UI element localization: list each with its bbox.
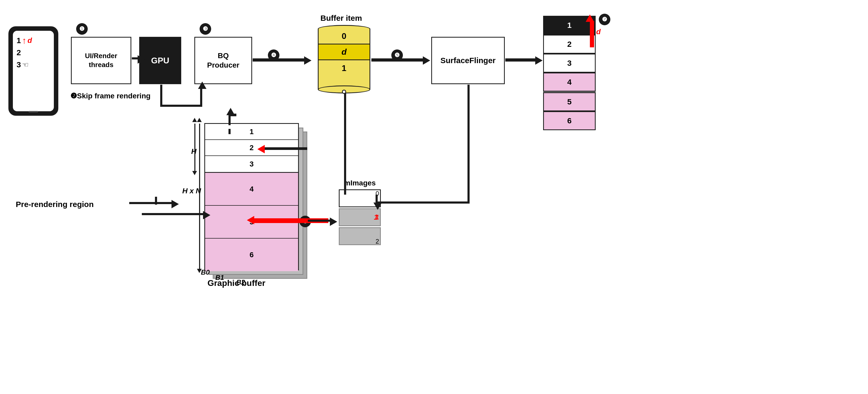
mimage-2 <box>339 227 381 245</box>
mimage-label-0: 0 <box>376 190 433 197</box>
phone-home-bar <box>29 111 38 112</box>
gpu-label: GPU <box>151 56 169 65</box>
phone-num-2: 2 <box>17 48 21 57</box>
gb-row-1: 1 <box>205 124 298 140</box>
h-label: H <box>191 147 196 156</box>
sf-row-3: 3 <box>543 54 596 73</box>
arrowhead-ui-gpu <box>137 55 145 64</box>
gpu-box: GPU <box>139 37 181 84</box>
sf-row-6: 6 <box>543 111 596 130</box>
sf-row-2: 2 <box>543 35 596 54</box>
mimage-label-1: 1 <box>376 214 433 221</box>
diagram: 1 ↑ d 2 3 ☜ ❶ UI/Renderthreads GPU ❷Skip… <box>0 0 868 394</box>
gb-row-6: 6 <box>205 238 298 271</box>
arrow-sf-down-v <box>467 85 470 203</box>
b0-label: B0 <box>201 268 210 276</box>
arrowhead-mimages-gb-red <box>247 216 254 224</box>
mimages-container: mImages 1 0 1 2 <box>331 179 389 267</box>
gb-row-4: 4 <box>205 173 298 206</box>
hxn-label: H x N <box>182 187 201 195</box>
buffer-cell-1: 1 <box>318 60 370 76</box>
arrowhead-b2-bq <box>226 108 235 115</box>
buffer-cell-d: d <box>318 45 370 60</box>
surface-flinger-box: SurfaceFlinger <box>431 37 505 84</box>
pre-rendering-label: Pre-rendering region <box>16 200 94 209</box>
arrow-buffer-down-dot <box>344 192 346 194</box>
pre-render-arrowhead-1 <box>172 200 179 208</box>
arrowhead-sf-mimage <box>373 202 382 210</box>
pre-render-arrow-h2 <box>142 213 205 215</box>
arrow-skip-h <box>160 105 202 107</box>
arrowhead-gb-mimages <box>330 218 337 226</box>
step-3-circle: ❸ <box>199 23 211 35</box>
mimage-label-2: 2 <box>376 238 433 245</box>
h-arrowhead-up <box>192 118 197 122</box>
arrow-sf-down-v2 <box>376 195 378 203</box>
buffer-item-container: 0 d 1 <box>318 25 370 93</box>
buffer-item-title: Buffer item <box>320 14 362 23</box>
bq-producer-label: BQProducer <box>207 51 240 70</box>
phone-arrow-up: ↑ <box>22 36 27 45</box>
arrow-7-red-v <box>590 21 594 47</box>
mimages-title: mImages <box>331 179 389 187</box>
h-arrowhead-down <box>192 171 197 175</box>
arrowhead-buffer-sf <box>423 56 430 65</box>
sf-row-5: 5 <box>543 92 596 111</box>
arrow-gb-mimages-h <box>308 220 332 222</box>
arrowhead-7-red-up <box>586 15 594 22</box>
hxn-arrow-v <box>199 123 200 270</box>
sf-output-container: 1 2 3 4 5 6 <box>543 16 596 130</box>
ui-render-box: UI/Renderthreads <box>71 37 131 84</box>
phone-d-label: d <box>28 36 32 45</box>
hand-icon: ☜ <box>22 60 29 69</box>
phone-device: 1 ↑ d 2 3 ☜ <box>8 26 58 116</box>
surface-flinger-label: SurfaceFlinger <box>440 56 496 65</box>
d-label-sf: d <box>596 28 601 36</box>
arrow-sf-output <box>505 58 537 61</box>
arrow-skip-v2 <box>200 88 202 107</box>
pre-render-arrow-v1 <box>155 197 157 205</box>
arrowhead-skip-up <box>198 82 207 89</box>
gb-row-3: 3 <box>205 156 298 172</box>
ui-render-label: UI/Renderthreads <box>85 52 117 69</box>
arrow-bi-down <box>344 93 346 122</box>
arrow-buffer-sf <box>371 58 424 61</box>
h-arrow-v <box>194 123 195 172</box>
arrowhead-sf-output <box>535 56 542 65</box>
pre-render-arrow-h1 <box>129 202 173 204</box>
pre-render-arrowhead-2 <box>203 211 210 219</box>
arrow-bq-buffer <box>253 58 305 61</box>
phone-num-1: 1 <box>17 36 21 45</box>
buffer-cell-0: 0 <box>318 29 370 45</box>
arrowhead-bq-buffer <box>304 56 311 65</box>
mimage-1: 1 <box>339 208 381 226</box>
arrow-skip-v1 <box>160 85 162 106</box>
hxn-arrowhead-up <box>197 118 202 122</box>
phone-num-3: 3 <box>17 60 21 69</box>
bq-producer-box: BQProducer <box>194 37 252 84</box>
arrow-into-gb-h <box>262 147 307 150</box>
hxn-arrowhead-down <box>197 269 202 273</box>
b1-label: B1 <box>215 274 224 282</box>
b2-label: B2 <box>236 278 245 286</box>
sf-row-4: 4 <box>543 73 596 91</box>
step-1-circle: ❶ <box>76 23 88 35</box>
step-7-circle: ❼ <box>599 14 610 25</box>
graphic-buffer-b0: 1 2 3 4 5 6 <box>204 123 299 271</box>
arrow-b1-left-v <box>228 129 230 134</box>
arrow-sf-down-h <box>376 201 470 203</box>
arrowhead-into-gb <box>257 145 265 153</box>
skip-frame-label: ❷Skip frame rendering <box>70 91 151 100</box>
